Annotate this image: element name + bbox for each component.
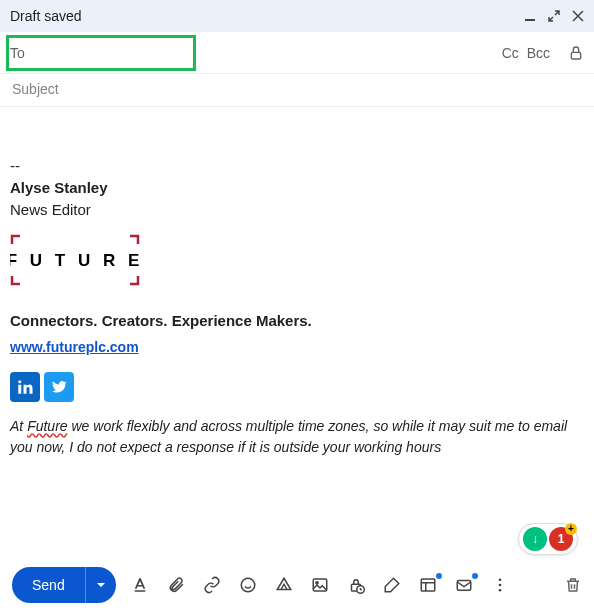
discard-icon[interactable]: [564, 576, 582, 594]
svg-rect-3: [18, 385, 21, 394]
svg-rect-11: [421, 579, 435, 591]
svg-rect-12: [457, 581, 471, 591]
signature-icon[interactable]: [382, 575, 402, 595]
cc-bcc-toggle: Cc Bcc: [498, 45, 550, 61]
send-button-group: Send: [12, 567, 116, 603]
format-toolbar: [130, 575, 564, 595]
image-icon[interactable]: [310, 575, 330, 595]
cc-button[interactable]: Cc: [502, 45, 519, 61]
send-options-button[interactable]: [85, 567, 116, 603]
send-button[interactable]: Send: [12, 567, 85, 603]
signature-separator: --: [10, 155, 584, 177]
to-label: To: [10, 45, 25, 61]
emoji-icon[interactable]: [238, 575, 258, 595]
to-input[interactable]: [33, 44, 498, 62]
svg-point-4: [18, 380, 21, 383]
svg-point-15: [498, 589, 501, 592]
signature-tagline: Connectors. Creators. Experience Makers.: [10, 310, 584, 332]
drive-icon[interactable]: [274, 575, 294, 595]
svg-point-13: [498, 578, 501, 581]
bcc-button[interactable]: Bcc: [527, 45, 550, 61]
minimize-icon[interactable]: [524, 10, 536, 22]
social-links: [10, 372, 584, 402]
svg-point-6: [241, 578, 255, 592]
lock-icon[interactable]: [568, 45, 584, 61]
linkedin-icon[interactable]: [10, 372, 40, 402]
signature-role: News Editor: [10, 199, 584, 221]
recipients-row: To Cc Bcc: [0, 32, 594, 74]
subject-row: [0, 74, 594, 107]
svg-point-14: [498, 584, 501, 587]
svg-point-8: [316, 582, 318, 584]
more-icon[interactable]: [490, 575, 510, 595]
subject-input[interactable]: [10, 80, 584, 98]
signature-name: Alyse Stanley: [10, 177, 584, 199]
company-logo: F U T U R E: [10, 234, 584, 286]
window-controls: [524, 10, 584, 22]
extension-badge-1[interactable]: ↓: [523, 527, 547, 551]
compose-footer: Send: [0, 557, 594, 613]
signature-website[interactable]: www.futureplc.com: [10, 339, 139, 355]
attach-icon[interactable]: [166, 575, 186, 595]
extension-badge-2[interactable]: 1: [549, 527, 573, 551]
svg-rect-0: [525, 19, 535, 21]
svg-rect-1: [571, 52, 580, 59]
format-text-icon[interactable]: [130, 575, 150, 595]
svg-rect-5: [134, 590, 145, 592]
expand-icon[interactable]: [548, 10, 560, 22]
compose-header: Draft saved: [0, 0, 594, 32]
layout-icon[interactable]: [418, 575, 438, 595]
twitter-icon[interactable]: [44, 372, 74, 402]
svg-text:F U T U R E: F U T U R E: [10, 251, 140, 270]
extension-badges: ↓ 1: [518, 523, 578, 555]
signature-note: At Future we work flexibly and across mu…: [10, 416, 584, 458]
header-title: Draft saved: [10, 8, 524, 24]
confidential-icon[interactable]: [346, 575, 366, 595]
schedule-icon[interactable]: [454, 575, 474, 595]
link-icon[interactable]: [202, 575, 222, 595]
compose-body[interactable]: -- Alyse Stanley News Editor F U T U R E…: [0, 107, 594, 582]
close-icon[interactable]: [572, 10, 584, 22]
